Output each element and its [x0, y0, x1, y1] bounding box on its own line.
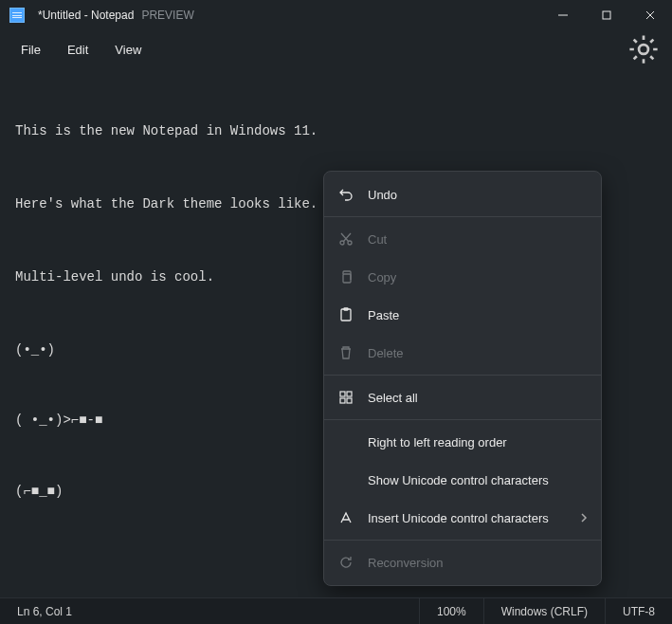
separator — [324, 375, 601, 376]
ctx-label: Show Unicode control characters — [368, 473, 549, 487]
paste-icon — [337, 306, 354, 323]
ctx-label: Right to left reading order — [368, 435, 507, 450]
ctx-copy: Copy — [324, 258, 601, 296]
menubar: File Edit View — [0, 30, 672, 68]
minimize-button[interactable] — [541, 0, 585, 30]
status-encoding[interactable]: UTF-8 — [605, 598, 672, 624]
svg-rect-10 — [340, 392, 345, 396]
context-menu: Undo Cut Copy Paste Delete Select all Ri… — [323, 171, 602, 586]
svg-rect-1 — [603, 11, 610, 19]
copy-icon — [337, 268, 354, 285]
chevron-right-icon — [580, 511, 588, 525]
status-zoom[interactable]: 100% — [419, 598, 483, 624]
notepad-icon — [9, 8, 25, 23]
menu-view[interactable]: View — [101, 37, 154, 63]
ctx-show-unicode[interactable]: Show Unicode control characters — [324, 461, 601, 499]
titlebar: *Untitled - Notepad PREVIEW — [0, 0, 672, 30]
ctx-label: Reconversion — [368, 556, 444, 570]
statusbar: Ln 6, Col 1 100% Windows (CRLF) UTF-8 — [0, 597, 672, 624]
ctx-label: Delete — [368, 346, 404, 360]
ctx-reconversion: Reconversion — [324, 543, 601, 581]
ctx-delete: Delete — [324, 334, 601, 372]
status-position: Ln 6, Col 1 — [0, 598, 89, 624]
ctx-label: Cut — [368, 232, 387, 247]
ctx-label: Insert Unicode control characters — [368, 511, 549, 525]
menu-file[interactable]: File — [8, 37, 54, 63]
separator — [324, 216, 601, 217]
svg-rect-13 — [347, 398, 352, 403]
svg-rect-12 — [340, 398, 345, 403]
separator — [324, 540, 601, 541]
ctx-label: Paste — [368, 308, 399, 322]
svg-point-4 — [639, 45, 648, 54]
ctx-select-all[interactable]: Select all — [324, 378, 601, 416]
window-title: *Untitled - Notepad — [38, 9, 134, 22]
svg-rect-7 — [343, 274, 351, 283]
settings-button[interactable] — [627, 32, 661, 66]
ctx-cut: Cut — [324, 220, 601, 258]
insert-unicode-icon — [337, 509, 354, 526]
ctx-undo[interactable]: Undo — [324, 175, 601, 213]
maximize-button[interactable] — [585, 0, 628, 30]
delete-icon — [337, 344, 354, 361]
ctx-label: Select all — [368, 391, 418, 405]
separator — [324, 419, 601, 420]
ctx-insert-unicode[interactable]: Insert Unicode control characters — [324, 499, 601, 537]
svg-point-6 — [348, 241, 352, 245]
ctx-paste[interactable]: Paste — [324, 296, 601, 334]
close-button[interactable] — [628, 0, 672, 30]
undo-icon — [337, 186, 354, 203]
svg-point-5 — [340, 241, 344, 245]
status-line-ending[interactable]: Windows (CRLF) — [483, 598, 605, 624]
preview-badge: PREVIEW — [141, 9, 193, 22]
blank-icon — [337, 433, 354, 450]
editor-line: This is the new Notepad in Windows 11. — [15, 122, 657, 141]
svg-rect-11 — [347, 392, 352, 396]
svg-rect-8 — [341, 309, 351, 321]
select-all-icon — [337, 389, 354, 406]
blank-icon — [337, 471, 354, 488]
ctx-label: Undo — [368, 188, 397, 202]
reconversion-icon — [337, 554, 354, 571]
ctx-label: Copy — [368, 270, 396, 284]
menu-edit[interactable]: Edit — [54, 37, 101, 63]
cut-icon — [337, 230, 354, 248]
ctx-rtl[interactable]: Right to left reading order — [324, 423, 601, 461]
